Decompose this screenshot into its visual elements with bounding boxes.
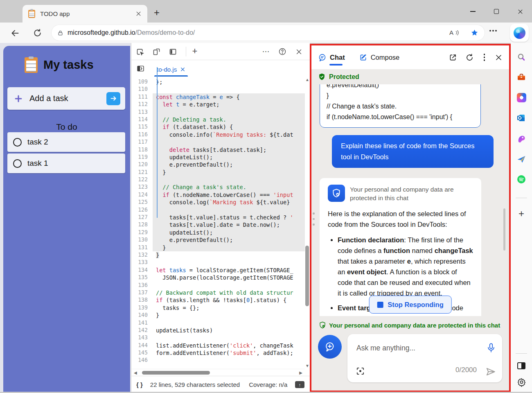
protected-banner: Protected xyxy=(311,69,509,84)
browser-tab-bar: TODO app + xyxy=(0,0,532,23)
copilot-sidebar: Chat Compose Protected e.preventDefault(… xyxy=(310,44,511,392)
devtools-status-bar: { } 22 lines, 529 characters selected Co… xyxy=(131,376,310,393)
devtools-toolbar: + ⋯ xyxy=(131,43,310,60)
add-task-submit-button[interactable] xyxy=(106,92,120,105)
copilot-footer: Your personal and company data are prote… xyxy=(311,316,509,391)
tab-title: TODO app xyxy=(40,10,135,17)
favorite-star-icon[interactable] xyxy=(470,29,479,37)
file-tab-close-icon[interactable] xyxy=(180,67,185,72)
lock-icon[interactable] xyxy=(57,29,63,36)
sidebar-divider xyxy=(516,353,527,354)
navigator-toggle-icon[interactable] xyxy=(136,64,145,73)
sidebar-toggle-icon[interactable] xyxy=(516,361,526,370)
panel-resize-handle[interactable] xyxy=(313,212,315,226)
more-tools-add-icon[interactable]: + xyxy=(190,47,199,56)
window-maximize-button[interactable] xyxy=(490,6,503,17)
inspect-element-icon[interactable] xyxy=(135,47,144,56)
browser-toolbar: microsoftedge.github.io/Demos/demo-to-do… xyxy=(0,23,532,43)
copilot-logo-icon xyxy=(514,27,525,39)
spotify-icon[interactable] xyxy=(516,174,526,184)
refresh-chat-icon[interactable] xyxy=(465,53,474,62)
kebab-menu-icon[interactable] xyxy=(482,54,487,61)
close-copilot-icon[interactable] xyxy=(495,54,503,61)
file-tab-to-do-js[interactable]: to-do.js xyxy=(153,62,189,77)
screenshot-icon[interactable] xyxy=(356,366,365,376)
protected-shield-icon xyxy=(318,73,326,81)
refresh-button[interactable] xyxy=(33,28,43,38)
tab-chat[interactable]: Chat xyxy=(318,53,345,62)
horizontal-scroll-thumb[interactable] xyxy=(142,371,210,375)
protected-label: Protected xyxy=(329,73,359,81)
microsoft-365-icon[interactable] xyxy=(516,93,526,102)
indent-guide xyxy=(157,67,158,218)
privacy-shield-icon xyxy=(328,185,345,202)
task-row[interactable]: task 2 xyxy=(7,132,125,152)
sources-tab-bar: to-do.js xyxy=(131,61,310,77)
add-sidebar-item-icon[interactable]: + xyxy=(516,209,526,219)
answer-bullet: Function declaration: The first line of … xyxy=(338,235,473,298)
chat-scroll-area[interactable]: e.preventDefault()}// Change a task's st… xyxy=(311,84,509,316)
devtools-panel: + ⋯ to-do.js 109};110111const changeTask… xyxy=(131,43,310,393)
drop-icon[interactable] xyxy=(516,154,526,164)
file-tab-label: to-do.js xyxy=(157,66,177,73)
footer-shield-icon xyxy=(319,321,326,329)
char-counter: 0/2000 xyxy=(455,366,477,374)
send-icon[interactable] xyxy=(485,366,496,377)
back-button[interactable] xyxy=(10,28,20,38)
privacy-note: Your personal and company data are prote… xyxy=(350,185,473,202)
stop-responding-label: Stop Responding xyxy=(388,301,444,309)
task-label: task 2 xyxy=(27,138,48,147)
dock-side-icon[interactable] xyxy=(168,47,177,56)
microphone-icon[interactable] xyxy=(487,342,496,354)
read-aloud-icon[interactable]: A xyxy=(449,29,460,37)
vertical-scrollbar[interactable]: ▲ ▼ xyxy=(304,77,310,369)
toolbox-icon[interactable] xyxy=(516,72,526,82)
open-panel-icon[interactable]: ↑ xyxy=(295,381,304,388)
horizontal-scrollbar[interactable]: ◀ ▶ xyxy=(131,369,305,376)
address-bar[interactable]: microsoftedge.github.io/Demos/demo-to-do… xyxy=(52,25,485,41)
compose-icon xyxy=(359,53,367,62)
sidebar-settings-icon[interactable] xyxy=(516,377,526,387)
devtools-help-icon[interactable] xyxy=(278,47,287,56)
scroll-up-icon[interactable]: ▲ xyxy=(305,77,309,82)
open-in-window-icon[interactable] xyxy=(449,53,457,62)
pretty-print-icon[interactable]: { } xyxy=(136,381,143,388)
designer-icon[interactable] xyxy=(516,134,526,144)
footer-privacy-note: Your personal and company data are prote… xyxy=(329,322,500,329)
chat-input[interactable]: Ask me anything... 0/2000 xyxy=(347,334,502,382)
vertical-scroll-thumb[interactable] xyxy=(305,246,309,306)
search-icon[interactable] xyxy=(516,52,526,62)
stop-responding-button[interactable]: Stop Responding xyxy=(369,296,452,314)
scroll-down-icon[interactable]: ▼ xyxy=(305,364,309,368)
outlook-icon[interactable] xyxy=(516,113,526,123)
todo-title: My tasks xyxy=(43,58,94,72)
coverage-status: Coverage: n/a xyxy=(249,381,287,388)
clipboard-icon xyxy=(25,57,38,73)
add-task-input[interactable]: Add a task xyxy=(7,87,125,110)
tab-compose[interactable]: Compose xyxy=(359,53,400,62)
arrow-right-icon xyxy=(110,95,117,102)
task-row[interactable]: task 1 xyxy=(7,154,125,173)
new-chat-icon xyxy=(324,341,336,352)
tab-close-icon[interactable] xyxy=(135,11,142,17)
task-checkbox[interactable] xyxy=(13,159,22,168)
chat-scroll-thumb[interactable] xyxy=(503,208,505,251)
tab-chat-label: Chat xyxy=(330,54,345,61)
new-tab-button[interactable]: + xyxy=(151,7,162,18)
task-checkbox[interactable] xyxy=(13,138,22,147)
settings-menu-icon[interactable] xyxy=(489,30,499,40)
window-minimize-button[interactable] xyxy=(467,6,479,17)
copilot-button[interactable] xyxy=(510,24,529,42)
devtools-close-icon[interactable] xyxy=(294,47,303,56)
add-task-label: Add a task xyxy=(29,94,106,103)
devtools-more-icon[interactable]: ⋯ xyxy=(261,47,271,56)
chat-bubble-icon xyxy=(318,53,327,62)
chat-input-placeholder: Ask me anything... xyxy=(356,344,415,352)
url-text: microsoftedge.github.io/Demos/demo-to-do… xyxy=(68,29,449,36)
window-close-button[interactable] xyxy=(514,6,526,17)
new-topic-button[interactable] xyxy=(318,335,342,359)
scroll-right-icon[interactable]: ▶ xyxy=(299,370,302,375)
device-emulation-icon[interactable] xyxy=(152,47,161,56)
scroll-left-icon[interactable]: ◀ xyxy=(134,370,137,375)
browser-tab[interactable]: TODO app xyxy=(23,5,147,23)
